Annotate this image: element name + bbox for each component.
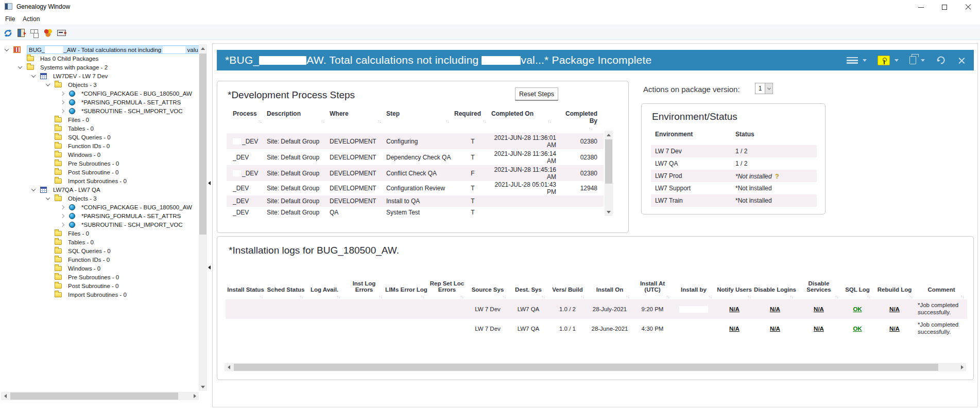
tree-item-object[interactable]: *CONFIG_PACKAGE - BUG_180500_AW bbox=[1, 89, 198, 98]
exit-door-button[interactable] bbox=[15, 27, 27, 39]
tree-item[interactable]: Objects - 3 bbox=[1, 194, 198, 203]
tree-item[interactable]: Windows - 0 bbox=[1, 150, 198, 159]
select-action-icon[interactable] bbox=[878, 56, 890, 65]
scroll-right-button[interactable] bbox=[191, 392, 199, 400]
table-row[interactable]: LW 7 Dev LW7 QA 1.0 / 2 28-July-2021 9:2… bbox=[226, 299, 967, 319]
column-header-install-on[interactable]: Install On↑↓ bbox=[587, 286, 632, 299]
column-header-step[interactable]: Step↑↓ bbox=[386, 110, 454, 124]
tree-item[interactable]: Windows - 0 bbox=[1, 264, 198, 273]
tree-item-system[interactable]: LW7QA - LW7 QA bbox=[1, 185, 198, 194]
scrollbar-thumb[interactable] bbox=[605, 139, 612, 184]
na-link[interactable]: N/A bbox=[770, 326, 780, 332]
table-row[interactable]: _DEV Site: Default Group DEVELOPMENT Con… bbox=[227, 181, 604, 195]
tree-expander[interactable] bbox=[59, 92, 66, 95]
table-row[interactable]: _DEV Site: Default Group DEVELOPMENT Dep… bbox=[227, 149, 604, 165]
column-header-dest-sys[interactable]: Dest. Sys↑↓ bbox=[509, 286, 548, 299]
table-row[interactable]: _DEV Site: Default Group QA System Test … bbox=[227, 207, 604, 218]
na-link[interactable]: N/A bbox=[814, 306, 824, 312]
close-button[interactable] bbox=[956, 0, 980, 14]
select-dropdown-button[interactable] bbox=[765, 83, 772, 94]
table-row[interactable]: _DEV Site: Default Group DEVELOPMENT Con… bbox=[227, 165, 604, 181]
tree-expander[interactable] bbox=[59, 110, 66, 113]
column-header-sched-status[interactable]: Sched Status↑↓ bbox=[266, 286, 306, 299]
scroll-left-button[interactable] bbox=[1, 392, 9, 400]
help-icon[interactable]: ? bbox=[775, 172, 779, 180]
column-header-vers-build[interactable]: Vers/ Build↑↓ bbox=[548, 286, 587, 299]
column-header-disable-services[interactable]: Disable Services↑↓ bbox=[796, 280, 841, 299]
scroll-right-button[interactable] bbox=[958, 363, 966, 371]
minimize-button[interactable] bbox=[909, 0, 933, 14]
close-icon[interactable] bbox=[958, 57, 966, 64]
na-link[interactable]: N/A bbox=[889, 326, 900, 332]
column-header-notify-users[interactable]: Notify Users↑↓ bbox=[715, 286, 754, 299]
tree-item[interactable]: Files - 0 bbox=[1, 229, 198, 238]
tree-item-object[interactable]: *SUBROUTINE - SCH_IMPORT_VOC bbox=[1, 220, 198, 229]
column-header-required[interactable]: Required↑↓ bbox=[454, 110, 491, 124]
tree-item[interactable]: Import Subroutines - 0 bbox=[1, 290, 198, 299]
scrollbar-thumb[interactable] bbox=[10, 392, 178, 400]
chevron-down-icon[interactable] bbox=[863, 59, 867, 62]
ok-link[interactable]: OK bbox=[853, 306, 862, 312]
na-link[interactable]: N/A bbox=[729, 306, 740, 312]
table-row[interactable]: _DEV Site: Default Group DEVELOPMENT Con… bbox=[227, 133, 604, 149]
na-link[interactable]: N/A bbox=[889, 306, 900, 312]
na-link[interactable]: N/A bbox=[770, 306, 780, 312]
column-header-process[interactable]: Process↑↓ bbox=[227, 110, 267, 124]
column-header-inst-log-errors[interactable]: Inst Log Errors↑↓ bbox=[343, 280, 385, 299]
tree-item-object[interactable]: *SUBROUTINE - SCH_IMPORT_VOC bbox=[1, 106, 198, 115]
install-table-horizontal-scrollbar[interactable] bbox=[225, 363, 966, 371]
tree-item[interactable]: Function IDs - 0 bbox=[1, 255, 198, 264]
tree-item[interactable]: Has 0 Child Packages bbox=[1, 54, 198, 63]
tree-item[interactable]: Files - 0 bbox=[1, 115, 198, 124]
scroll-up-button[interactable] bbox=[199, 44, 207, 52]
scroll-down-button[interactable] bbox=[199, 383, 207, 391]
refresh-button[interactable] bbox=[2, 27, 13, 39]
column-header-rep-set-loc-errors[interactable]: Rep Set Loc Errors↑↓ bbox=[427, 280, 467, 299]
column-header-completed-by[interactable]: Completed By↑↓ bbox=[558, 110, 604, 131]
maximize-button[interactable] bbox=[933, 0, 956, 14]
expand-tree-button[interactable] bbox=[29, 27, 40, 39]
tree-expander[interactable] bbox=[44, 83, 51, 86]
menu-icon[interactable] bbox=[847, 57, 858, 64]
tree-expander[interactable] bbox=[30, 188, 37, 191]
genealogy-button[interactable] bbox=[42, 27, 54, 39]
tree-expander[interactable] bbox=[59, 223, 66, 226]
column-header-completed-on[interactable]: Completed On↑↓ bbox=[491, 110, 558, 124]
bookmark-icon[interactable] bbox=[909, 56, 916, 64]
tree-vertical-scrollbar[interactable] bbox=[199, 44, 207, 391]
column-header-lims-error-log[interactable]: LIMs Error Log↑↓ bbox=[385, 286, 427, 299]
na-link[interactable]: N/A bbox=[729, 326, 740, 332]
tree-expander[interactable] bbox=[30, 75, 37, 78]
tree-item-object[interactable]: *PARSING_FORMULA - SET_ATTRS bbox=[1, 98, 198, 106]
na-link[interactable]: N/A bbox=[814, 326, 824, 332]
tree-item[interactable]: Tables - 0 bbox=[1, 124, 198, 133]
tree-item-system[interactable]: LW7DEV - LW 7 Dev bbox=[1, 71, 198, 80]
tree-root-package[interactable]: BUG__AW - Total calculations not includi… bbox=[1, 45, 198, 54]
column-header-environment[interactable]: Environment bbox=[655, 131, 735, 138]
reset-steps-button[interactable]: Reset Steps bbox=[515, 87, 558, 101]
column-header-install-at-utc[interactable]: Install At (UTC)↑↓ bbox=[632, 280, 673, 299]
refresh-icon[interactable] bbox=[936, 55, 946, 65]
tree-expander[interactable] bbox=[59, 206, 66, 209]
tree-item[interactable]: Tables - 0 bbox=[1, 238, 198, 246]
table-row[interactable]: LW 7 Dev LW7 QA 1.0 / 1 28-June-2021 4:3… bbox=[226, 319, 967, 338]
column-header-status[interactable]: Status bbox=[735, 131, 821, 138]
menu-file[interactable]: File bbox=[5, 15, 15, 23]
scroll-left-button[interactable] bbox=[225, 363, 233, 371]
panel-splitter[interactable] bbox=[207, 42, 212, 408]
tree-item[interactable]: Function IDs - 0 bbox=[1, 141, 198, 150]
column-header-log-avail[interactable]: Log Avail.↑↓ bbox=[306, 286, 343, 299]
tree-expander[interactable] bbox=[16, 66, 24, 69]
column-header-description[interactable]: Description↑↓ bbox=[267, 110, 330, 124]
column-header-sql-log[interactable]: SQL Log↑↓ bbox=[841, 286, 873, 299]
scrollbar-thumb[interactable] bbox=[234, 364, 938, 371]
scroll-up-button[interactable] bbox=[605, 131, 613, 139]
tree-item-object[interactable]: *PARSING_FORMULA - SET_ATTRS bbox=[1, 211, 198, 220]
column-header-comment[interactable]: Comment↑↓ bbox=[916, 286, 967, 299]
column-header-disable-logins[interactable]: Disable Logins↑↓ bbox=[754, 286, 796, 299]
scrollbar-thumb[interactable] bbox=[199, 53, 207, 235]
tree-item[interactable]: Systems with package - 2 bbox=[1, 63, 198, 71]
tree-expander[interactable] bbox=[44, 197, 51, 200]
tree-item[interactable]: Post Subroutine - 0 bbox=[1, 168, 198, 176]
tree-item[interactable]: Import Subroutines - 0 bbox=[1, 176, 198, 185]
